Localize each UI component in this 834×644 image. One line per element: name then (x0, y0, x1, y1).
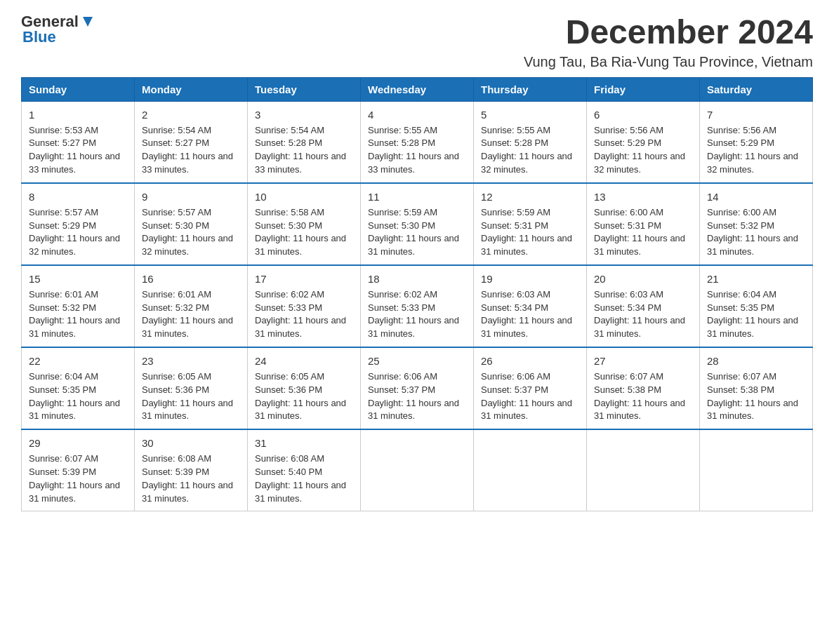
table-row: 8 Sunrise: 5:57 AM Sunset: 5:29 PM Dayli… (22, 183, 135, 265)
day-daylight: Daylight: 11 hours and 33 minutes. (142, 151, 233, 175)
table-row: 30 Sunrise: 6:08 AM Sunset: 5:39 PM Dayl… (135, 429, 248, 511)
day-sunset: Sunset: 5:40 PM (255, 467, 322, 477)
day-daylight: Daylight: 11 hours and 31 minutes. (368, 315, 459, 339)
day-sunset: Sunset: 5:29 PM (29, 220, 96, 231)
day-sunset: Sunset: 5:28 PM (255, 137, 322, 148)
day-daylight: Daylight: 11 hours and 31 minutes. (142, 480, 233, 504)
day-sunset: Sunset: 5:38 PM (707, 384, 774, 395)
table-row: 16 Sunrise: 6:01 AM Sunset: 5:32 PM Dayl… (135, 265, 248, 347)
col-sunday: Sunday (22, 77, 135, 101)
day-sunset: Sunset: 5:36 PM (142, 384, 209, 395)
col-saturday: Saturday (700, 77, 813, 101)
table-row: 5 Sunrise: 5:55 AM Sunset: 5:28 PM Dayli… (474, 101, 587, 183)
table-row: 24 Sunrise: 6:05 AM Sunset: 5:36 PM Dayl… (248, 347, 361, 429)
table-row: 6 Sunrise: 5:56 AM Sunset: 5:29 PM Dayli… (587, 101, 700, 183)
day-sunrise: Sunrise: 6:04 AM (29, 371, 98, 382)
day-sunset: Sunset: 5:38 PM (594, 384, 661, 395)
table-row: 15 Sunrise: 6:01 AM Sunset: 5:32 PM Dayl… (22, 265, 135, 347)
title-block: December 2024 Vung Tau, Ba Ria-Vung Tau … (524, 14, 813, 70)
day-number: 24 (255, 354, 353, 369)
table-row: 31 Sunrise: 6:08 AM Sunset: 5:40 PM Dayl… (248, 429, 361, 511)
day-number: 9 (142, 189, 240, 205)
day-sunset: Sunset: 5:29 PM (594, 137, 661, 148)
day-number: 21 (707, 271, 805, 287)
day-sunrise: Sunrise: 5:58 AM (255, 207, 324, 217)
day-sunset: Sunset: 5:37 PM (481, 384, 548, 395)
day-number: 7 (707, 107, 805, 123)
table-row: 17 Sunrise: 6:02 AM Sunset: 5:33 PM Dayl… (248, 265, 361, 347)
day-daylight: Daylight: 11 hours and 31 minutes. (255, 398, 346, 422)
day-sunset: Sunset: 5:28 PM (368, 137, 435, 148)
day-sunset: Sunset: 5:27 PM (29, 137, 96, 148)
col-thursday: Thursday (474, 77, 587, 101)
day-sunset: Sunset: 5:39 PM (29, 467, 96, 477)
day-sunset: Sunset: 5:35 PM (29, 384, 96, 395)
table-row: 4 Sunrise: 5:55 AM Sunset: 5:28 PM Dayli… (361, 101, 474, 183)
day-daylight: Daylight: 11 hours and 31 minutes. (142, 398, 233, 422)
day-number: 20 (594, 271, 692, 287)
day-number: 2 (142, 107, 240, 123)
table-row: 26 Sunrise: 6:06 AM Sunset: 5:37 PM Dayl… (474, 347, 587, 429)
day-sunset: Sunset: 5:30 PM (142, 220, 209, 231)
day-number: 13 (594, 189, 692, 205)
day-sunrise: Sunrise: 5:59 AM (368, 207, 437, 217)
table-row: 18 Sunrise: 6:02 AM Sunset: 5:33 PM Dayl… (361, 265, 474, 347)
table-row: 3 Sunrise: 5:54 AM Sunset: 5:28 PM Dayli… (248, 101, 361, 183)
day-number: 19 (481, 271, 579, 287)
day-number: 5 (481, 107, 579, 123)
day-number: 29 (29, 436, 127, 451)
day-daylight: Daylight: 11 hours and 31 minutes. (707, 315, 798, 339)
day-sunrise: Sunrise: 5:57 AM (29, 207, 98, 217)
day-sunset: Sunset: 5:30 PM (255, 220, 322, 231)
day-number: 31 (255, 436, 353, 451)
day-daylight: Daylight: 11 hours and 31 minutes. (481, 398, 572, 422)
table-row: 2 Sunrise: 5:54 AM Sunset: 5:27 PM Dayli… (135, 101, 248, 183)
day-daylight: Daylight: 11 hours and 31 minutes. (707, 233, 798, 257)
day-sunrise: Sunrise: 6:05 AM (142, 371, 211, 382)
day-sunrise: Sunrise: 6:02 AM (255, 289, 324, 300)
table-row: 11 Sunrise: 5:59 AM Sunset: 5:30 PM Dayl… (361, 183, 474, 265)
col-tuesday: Tuesday (248, 77, 361, 101)
day-sunrise: Sunrise: 5:57 AM (142, 207, 211, 217)
day-daylight: Daylight: 11 hours and 31 minutes. (707, 398, 798, 422)
day-daylight: Daylight: 11 hours and 31 minutes. (368, 398, 459, 422)
location-title: Vung Tau, Ba Ria-Vung Tau Province, Viet… (524, 54, 813, 70)
day-sunrise: Sunrise: 6:03 AM (481, 289, 550, 300)
day-sunrise: Sunrise: 6:06 AM (368, 371, 437, 382)
table-row (587, 429, 700, 511)
calendar-week-row: 22 Sunrise: 6:04 AM Sunset: 5:35 PM Dayl… (22, 347, 813, 429)
table-row: 9 Sunrise: 5:57 AM Sunset: 5:30 PM Dayli… (135, 183, 248, 265)
day-number: 25 (368, 354, 466, 369)
day-sunrise: Sunrise: 6:07 AM (29, 453, 98, 464)
table-row: 22 Sunrise: 6:04 AM Sunset: 5:35 PM Dayl… (22, 347, 135, 429)
day-daylight: Daylight: 11 hours and 31 minutes. (594, 398, 685, 422)
table-row (474, 429, 587, 511)
day-number: 15 (29, 271, 127, 287)
day-number: 1 (29, 107, 127, 123)
day-number: 6 (594, 107, 692, 123)
table-row: 25 Sunrise: 6:06 AM Sunset: 5:37 PM Dayl… (361, 347, 474, 429)
day-sunset: Sunset: 5:29 PM (707, 137, 774, 148)
day-sunrise: Sunrise: 5:56 AM (594, 125, 663, 135)
day-sunset: Sunset: 5:32 PM (707, 220, 774, 231)
table-row: 7 Sunrise: 5:56 AM Sunset: 5:29 PM Dayli… (700, 101, 813, 183)
day-daylight: Daylight: 11 hours and 31 minutes. (255, 233, 346, 257)
day-number: 3 (255, 107, 353, 123)
day-sunset: Sunset: 5:32 PM (142, 302, 209, 313)
day-daylight: Daylight: 11 hours and 33 minutes. (368, 151, 459, 175)
day-sunrise: Sunrise: 6:06 AM (481, 371, 550, 382)
day-daylight: Daylight: 11 hours and 32 minutes. (29, 233, 120, 257)
day-number: 27 (594, 354, 692, 369)
day-sunrise: Sunrise: 6:00 AM (707, 207, 776, 217)
day-number: 10 (255, 189, 353, 205)
day-number: 14 (707, 189, 805, 205)
day-sunset: Sunset: 5:32 PM (29, 302, 96, 313)
day-sunrise: Sunrise: 6:02 AM (368, 289, 437, 300)
day-sunset: Sunset: 5:34 PM (594, 302, 661, 313)
day-daylight: Daylight: 11 hours and 32 minutes. (594, 151, 685, 175)
day-daylight: Daylight: 11 hours and 32 minutes. (481, 151, 572, 175)
table-row: 1 Sunrise: 5:53 AM Sunset: 5:27 PM Dayli… (22, 101, 135, 183)
day-daylight: Daylight: 11 hours and 31 minutes. (29, 315, 120, 339)
day-daylight: Daylight: 11 hours and 31 minutes. (481, 233, 572, 257)
calendar-header-row: Sunday Monday Tuesday Wednesday Thursday… (22, 77, 813, 101)
